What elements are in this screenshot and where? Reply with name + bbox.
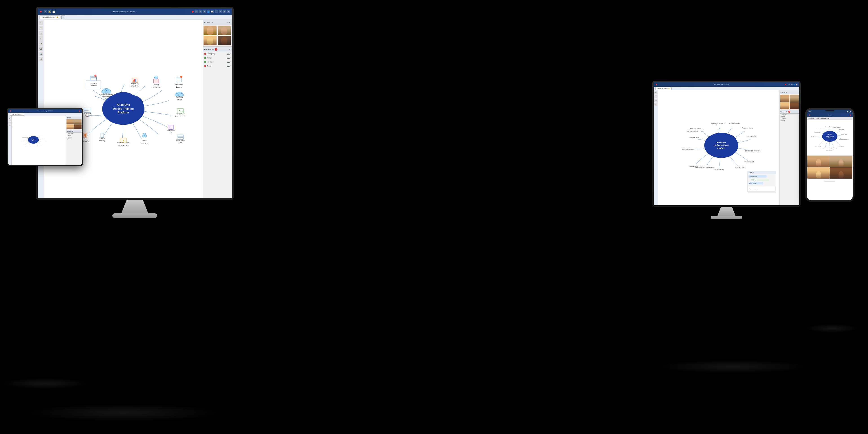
- svg-text:Social: Social: [142, 140, 147, 142]
- attendees-count: 4: [215, 48, 217, 51]
- attendees-header: Attendee list 4 ✕: [203, 47, 232, 52]
- close-icon[interactable]: ✕: [227, 10, 230, 13]
- svg-point-61: [143, 133, 146, 135]
- att-name-3: Jasmine: [207, 61, 213, 63]
- tablet-canvas: All-In-One Unified Training Platform Ble…: [12, 116, 66, 165]
- titlebar-right: 📹 🎤 🖥 👥 💬 ⋯ ⤢ ⚙ ✕: [192, 10, 230, 13]
- attendee-row-4: Rehan 📷🎤: [203, 64, 232, 68]
- tool-eraser[interactable]: ⌫: [39, 46, 43, 51]
- svg-text:SCORM Cloud: SCORM Cloud: [747, 135, 756, 137]
- tablet-tool-2[interactable]: T: [8, 120, 11, 123]
- tablet-vid-3: [66, 124, 74, 129]
- laptop-timer: Time remaining: 42:35:56: [659, 84, 783, 85]
- svg-text:Social Learning: Social Learning: [31, 146, 35, 146]
- att-dot-1: [204, 53, 206, 55]
- cam-icon[interactable]: 📹: [194, 10, 198, 13]
- att-icons-2: 📷🎤: [227, 57, 230, 59]
- svg-text:Virtual Classroom: Virtual Classroom: [36, 134, 39, 135]
- collapse-videos-btn[interactable]: −: [227, 21, 228, 23]
- svg-text:All-In-One: All-In-One: [717, 141, 726, 144]
- svg-text:Exams: Exams: [176, 86, 182, 88]
- settings-icon[interactable]: ⚙: [223, 10, 226, 13]
- svg-text:Enterprise LMS: Enterprise LMS: [735, 166, 745, 168]
- attendees-close-btn[interactable]: ✕: [229, 49, 230, 50]
- attendee-row-3: Jasmine 📷🎤: [203, 60, 232, 64]
- svg-text:Security: Security: [103, 96, 110, 98]
- lock-icon: 🔒: [56, 16, 58, 18]
- screen-icon[interactable]: 🖥: [203, 10, 206, 13]
- svg-text:Social Learning: Social Learning: [714, 169, 724, 170]
- svg-text:Ready to start?: Ready to start?: [749, 183, 757, 184]
- monitor-shadow: [23, 404, 225, 422]
- titlebar: ✱ ⬆ 🔔 3 Time remaining: 42:35:56 📹 🎤 🖥 👥…: [38, 8, 232, 15]
- tool-undo[interactable]: ⟲: [39, 57, 43, 61]
- laptop-tool-3[interactable]: ◻: [654, 99, 657, 102]
- svg-text:Learing: Learing: [99, 140, 105, 142]
- laptop-video-grid: [780, 94, 799, 110]
- svg-text:& Analytics: & Analytics: [130, 85, 139, 87]
- nav-icon-2[interactable]: 🔔: [48, 10, 51, 13]
- svg-text:Virtual: Virtual: [154, 84, 159, 86]
- fullscreen-icon[interactable]: ⤢: [219, 10, 222, 13]
- phone-time: 09:41: [808, 111, 812, 112]
- phone-vid-4: [830, 167, 852, 179]
- laptop-base: [711, 216, 742, 219]
- laptop-tool-4[interactable]: ○: [654, 103, 657, 106]
- tablet-device: ✱ Time remaining: 42:35:56 WHITEBOARD 1 …: [7, 108, 83, 166]
- svg-text:E-commerce: E-commerce: [175, 115, 186, 117]
- whiteboard-tab[interactable]: WHITEBOARD 1 🔒: [39, 15, 60, 19]
- svg-rect-77: [84, 108, 91, 113]
- tool-pencil[interactable]: ✏: [39, 21, 43, 25]
- tool-text[interactable]: T: [39, 26, 43, 30]
- attendee-row-1: Jason (you) 📷🎤: [203, 52, 232, 56]
- phone-home-bar: [824, 181, 835, 182]
- laptop-vid-2: [789, 95, 799, 102]
- close-videos-btn[interactable]: ✕: [229, 21, 230, 23]
- svg-text:Adaptive Tests: Adaptive Tests: [23, 138, 27, 139]
- svg-text:SCORM: SCORM: [176, 96, 183, 98]
- att-dot-3: [204, 61, 206, 63]
- laptop-att-1: ● Jason (you): [780, 114, 799, 116]
- svg-text:Video Conferencing: Video Conferencing: [811, 136, 818, 137]
- phone-vid-3: [807, 167, 830, 179]
- laptop-tool-2[interactable]: T: [654, 95, 657, 98]
- laptop-canvas: All-In-One Unified Training Platform Ble…: [658, 90, 779, 205]
- svg-text:Learning: Learning: [141, 142, 148, 144]
- svg-text:Integrated E-commerce: Integrated E-commerce: [745, 150, 761, 152]
- laptop-attendees-header: Attendee list 4: [780, 110, 799, 114]
- tool-arrow[interactable]: ↗: [39, 41, 43, 46]
- svg-text:Proctored Exams: Proctored Exams: [838, 129, 845, 130]
- new-tab-btn[interactable]: +: [61, 15, 65, 19]
- laptop-tool-1[interactable]: ✏: [654, 91, 657, 94]
- tablet-tool-1[interactable]: ✏: [8, 117, 11, 120]
- tool-circle[interactable]: ○: [39, 36, 43, 41]
- tool-zoom[interactable]: 🔍: [39, 52, 43, 56]
- svg-text:Platform: Platform: [717, 147, 725, 149]
- svg-text:Virtual Classroom: Virtual Classroom: [833, 127, 840, 128]
- tablet-tool-3[interactable]: ◻: [8, 124, 11, 126]
- svg-text:Proctored Exams: Proctored Exams: [39, 136, 43, 136]
- phone-screen: 09:41 ▲▲▲ ✱ 42:35:56 ● Jason (you) ● Shr…: [807, 110, 853, 200]
- svg-text:Reporting & Analytics: Reporting & Analytics: [711, 123, 724, 124]
- svg-text:SCORM Cloud: SCORM Cloud: [841, 134, 847, 135]
- video-grid: [203, 25, 232, 46]
- chat-icon[interactable]: 💬: [211, 10, 214, 13]
- svg-text:Reporting Analytics: Reporting Analytics: [825, 126, 833, 127]
- laptop-att-4: ● Rehan: [780, 120, 799, 122]
- users-icon[interactable]: 👥: [207, 10, 210, 13]
- more-icon[interactable]: ⋯: [215, 10, 218, 13]
- timer-display: Time remaining: 42:35:56: [57, 10, 190, 13]
- svg-rect-27: [135, 79, 136, 82]
- svg-text:</>: </>: [169, 126, 172, 128]
- laptop-tab[interactable]: WHITEBOARD 1 🔒: [655, 87, 672, 90]
- att-dot-2: [204, 57, 206, 59]
- tablet-tab[interactable]: WHITEBOARD 1: [10, 113, 24, 116]
- tablet-att-3: ● Jasmine: [66, 136, 82, 138]
- nav-icon-1[interactable]: ⬆: [43, 10, 47, 13]
- svg-text:Courses: Courses: [90, 85, 97, 87]
- videos-panel-header: Videos ⊞ − ✕: [203, 20, 232, 25]
- phone-rec-dot: [850, 115, 851, 116]
- recording-dot: [192, 11, 194, 12]
- tool-rect[interactable]: ◻: [39, 31, 43, 35]
- mic-icon[interactable]: 🎤: [198, 10, 202, 13]
